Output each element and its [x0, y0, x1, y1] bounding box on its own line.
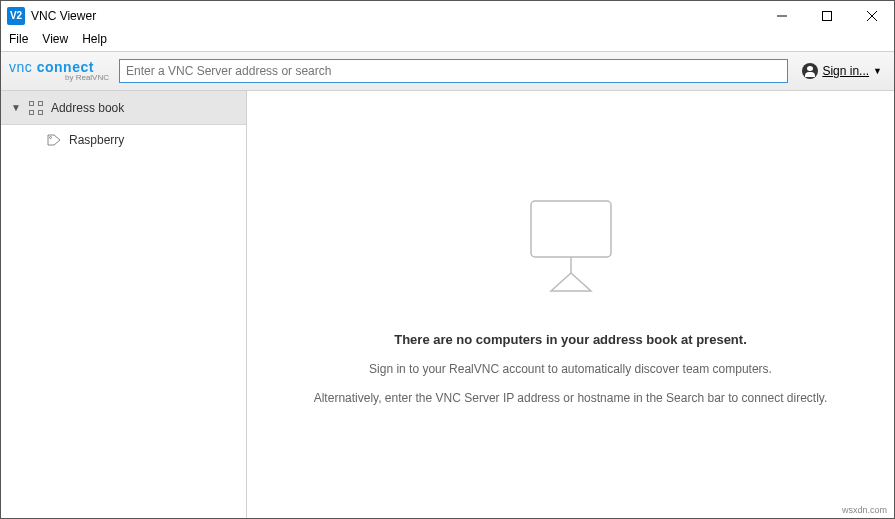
tag-icon	[47, 134, 61, 146]
menubar: File View Help	[1, 31, 894, 51]
chevron-down-icon: ▼	[873, 66, 882, 76]
empty-line-1: Sign in to your RealVNC account to autom…	[369, 361, 772, 378]
empty-line-2: Alternatively, enter the VNC Server IP a…	[314, 390, 828, 407]
maximize-icon	[822, 11, 832, 21]
sidebar: ▼ Address book Raspberry	[1, 91, 247, 518]
address-book-header[interactable]: ▼ Address book	[1, 91, 246, 125]
menu-help[interactable]: Help	[82, 32, 107, 46]
menu-view[interactable]: View	[42, 32, 68, 46]
address-book-label: Address book	[51, 101, 124, 115]
close-icon	[867, 11, 877, 21]
avatar-icon	[802, 63, 818, 79]
close-button[interactable]	[849, 1, 894, 31]
empty-heading: There are no computers in your address b…	[394, 332, 747, 347]
watermark: wsxdn.com	[842, 505, 887, 515]
maximize-button[interactable]	[804, 1, 849, 31]
signin-button[interactable]: Sign in... ▼	[798, 63, 886, 79]
grid-icon	[29, 101, 43, 115]
signin-label: Sign in...	[822, 64, 869, 78]
app-icon: V2	[7, 7, 25, 25]
search-input[interactable]	[119, 59, 788, 83]
minimize-icon	[777, 11, 787, 21]
main: ▼ Address book Raspberry There are no co…	[1, 91, 894, 518]
logo-subtext: by RealVNC	[9, 74, 109, 82]
svg-point-4	[50, 137, 52, 139]
monitor-icon	[516, 191, 626, 304]
toolbar: vnc connect by RealVNC Sign in... ▼	[1, 51, 894, 91]
content: There are no computers in your address b…	[247, 91, 894, 518]
logo: vnc connect by RealVNC	[9, 60, 109, 82]
window-title: VNC Viewer	[31, 9, 96, 23]
logo-text-a: vnc	[9, 59, 32, 75]
svg-rect-1	[822, 11, 831, 20]
chevron-down-icon: ▼	[11, 102, 21, 113]
sidebar-item-label: Raspberry	[69, 133, 124, 147]
titlebar: V2 VNC Viewer	[1, 1, 894, 31]
sidebar-item-raspberry[interactable]: Raspberry	[1, 125, 246, 155]
minimize-button[interactable]	[759, 1, 804, 31]
menu-file[interactable]: File	[9, 32, 28, 46]
svg-rect-5	[531, 201, 611, 257]
